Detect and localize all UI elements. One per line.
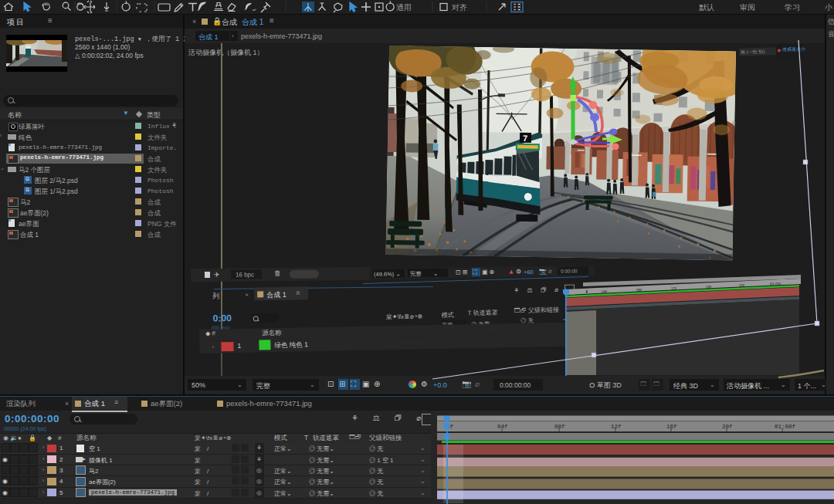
svg-text:20f: 20f xyxy=(739,283,745,288)
svg-text:08f: 08f xyxy=(636,288,642,293)
svg-text:12f: 12f xyxy=(611,424,622,430)
svg-text:默认: 默认 xyxy=(699,3,714,12)
svg-text:16f: 16f xyxy=(706,285,712,289)
svg-text:08f: 08f xyxy=(554,424,565,430)
svg-text:01:00f: 01:00f xyxy=(770,282,781,286)
svg-text:小: 小 xyxy=(825,3,833,12)
svg-text:对齐: 对齐 xyxy=(452,3,467,12)
svg-text:学习: 学习 xyxy=(785,3,800,12)
svg-text:20f: 20f xyxy=(722,424,733,430)
svg-text:04f: 04f xyxy=(602,289,608,294)
svg-text:04f: 04f xyxy=(497,424,508,430)
svg-text:通用: 通用 xyxy=(396,3,412,12)
svg-text:01:00f: 01:00f xyxy=(775,424,796,430)
svg-text:16f: 16f xyxy=(666,424,677,430)
svg-text:审阅: 审阅 xyxy=(740,3,755,12)
svg-text:12f: 12f xyxy=(671,286,677,291)
